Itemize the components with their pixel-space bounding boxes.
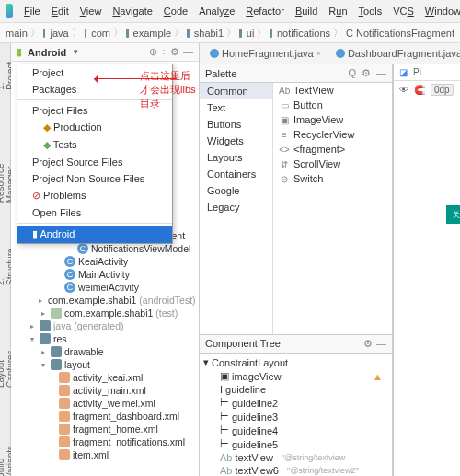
comp-button[interactable]: ▭Button: [273, 98, 392, 112]
pcat-legacy[interactable]: Legacy: [200, 199, 272, 215]
dropdown-tests[interactable]: ◆ Tests: [17, 136, 172, 154]
warning-icon: ▲: [373, 371, 383, 382]
class-icon: C: [346, 28, 353, 39]
folder-icon: [187, 29, 190, 38]
bc-ui[interactable]: ui: [247, 28, 255, 39]
pcat-buttons[interactable]: Buttons: [200, 116, 272, 133]
dropdown-problems[interactable]: ⊘ Problems: [17, 187, 172, 204]
folder-icon: [270, 29, 272, 38]
tree-java-generated[interactable]: ▸java (generated): [11, 319, 199, 332]
dropdown-packages[interactable]: Packages: [17, 81, 172, 98]
menu-edit[interactable]: Edit: [48, 4, 73, 18]
comp-recyclerview[interactable]: ≡RecyclerView: [273, 127, 392, 142]
pcat-widgets[interactable]: Widgets: [200, 133, 272, 149]
menu-analyze[interactable]: Analyze: [195, 4, 238, 18]
gear-icon[interactable]: ⚙: [362, 67, 371, 79]
menu-refactor[interactable]: Refactor: [242, 4, 288, 18]
bc-main[interactable]: main: [6, 28, 28, 39]
gear-icon[interactable]: ⚙: [363, 338, 373, 350]
palette-components: AbTextView ▭Button ▣ImageView ≡RecyclerV…: [273, 83, 392, 334]
ct-textview6[interactable]: AbtextView6 "@string/textview2": [200, 464, 392, 476]
dropdown-production[interactable]: ◆ Production: [17, 119, 172, 136]
menu-code[interactable]: Code: [160, 4, 191, 18]
comp-switch[interactable]: ⊝Switch: [273, 171, 392, 186]
ct-guideline2[interactable]: ⊢guideline2: [200, 396, 392, 410]
editor-panel: HomeFragment.java× DashboardFragment.jav…: [200, 43, 460, 476]
pcat-google[interactable]: Google: [200, 182, 272, 199]
dropdown-android[interactable]: ▮ Android: [17, 226, 172, 243]
dropdown-open-files[interactable]: Open Files: [17, 204, 172, 221]
dropdown-project-files[interactable]: Project Files: [17, 102, 172, 119]
tree-drawable[interactable]: ▸drawable: [11, 345, 199, 358]
dropdown-project-non-source[interactable]: Project Non-Source Files: [17, 170, 172, 187]
pcat-layouts[interactable]: Layouts: [200, 149, 272, 166]
ct-guideline5[interactable]: ⊢guideline5: [200, 437, 392, 451]
gear-icon[interactable]: ⚙: [170, 46, 179, 58]
tree-fragment-dashboard[interactable]: fragment_dashboard.xml: [11, 410, 199, 423]
divide-icon[interactable]: ÷: [161, 46, 167, 58]
target-icon[interactable]: ⊕: [149, 46, 157, 58]
menu-navigate[interactable]: Navigate: [109, 4, 155, 18]
tree-res[interactable]: ▾res: [11, 332, 199, 345]
tree-main-activity[interactable]: CMainActivity: [11, 268, 199, 281]
pcat-containers[interactable]: Containers: [200, 166, 272, 182]
menu-view[interactable]: View: [76, 4, 106, 18]
device-icon[interactable]: ◪: [399, 67, 408, 77]
minimize-icon[interactable]: —: [183, 46, 193, 58]
comp-textview[interactable]: AbTextView: [273, 83, 392, 98]
menu-run[interactable]: Run: [325, 4, 351, 18]
preview-canvas[interactable]: % % % % % 关注: [394, 99, 460, 476]
editor-tabs: HomeFragment.java× DashboardFragment.jav…: [200, 43, 460, 64]
tree-item[interactable]: item.xml: [11, 448, 199, 461]
ct-guideline4[interactable]: ⊢guideline4: [200, 424, 392, 437]
menu-vcs[interactable]: VCS: [389, 4, 418, 18]
zoom-display[interactable]: 0dp: [431, 84, 454, 96]
tree-activity-main[interactable]: activity_main.xml: [11, 384, 199, 397]
close-icon[interactable]: ×: [316, 49, 321, 58]
tree-weimei-activity[interactable]: CweimeiActivity: [11, 281, 199, 294]
bc-example[interactable]: example: [133, 28, 172, 39]
magnet-icon[interactable]: 🧲: [414, 85, 425, 95]
ct-guideline3[interactable]: ⊢guideline3: [200, 410, 392, 424]
menu-build[interactable]: Build: [292, 4, 321, 18]
tree-layout[interactable]: ▾layout: [11, 358, 199, 371]
comp-scrollview[interactable]: ⇵ScrollView: [273, 157, 392, 171]
ct-root[interactable]: ▾ConstraintLayout: [200, 355, 392, 369]
menu-window[interactable]: Window: [421, 4, 460, 18]
tab-home-fragment[interactable]: HomeFragment.java×: [203, 45, 328, 62]
layout-preview: ◪ Pi 👁 🧲 0dp ⋯ % % % %: [393, 64, 460, 476]
minimize-icon[interactable]: —: [376, 338, 386, 350]
tree-notifications-viewmodel[interactable]: CNotificationsViewModel: [11, 242, 199, 255]
bc-java[interactable]: java: [50, 28, 68, 39]
pcat-text[interactable]: Text: [200, 99, 272, 116]
bc-shabi1[interactable]: shabi1: [194, 28, 224, 39]
ct-guideline[interactable]: Iguideline: [200, 383, 392, 396]
pixel-label[interactable]: Pi: [413, 67, 421, 77]
bc-com[interactable]: com: [91, 28, 110, 39]
menu-tools[interactable]: Tools: [355, 4, 386, 18]
minimize-icon[interactable]: —: [376, 67, 386, 79]
comp-imageview[interactable]: ▣ImageView: [273, 112, 392, 127]
ct-imageview[interactable]: ▣imageView▲: [200, 369, 392, 383]
folder-icon: [85, 29, 87, 38]
tree-pkg-test[interactable]: ▸com.example.shabi1 (test): [11, 307, 199, 319]
tree-fragment-home[interactable]: fragment_home.xml: [11, 423, 199, 435]
bc-notifications[interactable]: notifications: [277, 28, 330, 39]
search-icon[interactable]: Q: [348, 67, 356, 79]
tree-keai-activity[interactable]: CKeaiActivity: [11, 255, 199, 268]
tab-dashboard-fragment[interactable]: DashboardFragment.java: [329, 45, 460, 62]
view-mode-dropdown[interactable]: Android: [28, 47, 66, 58]
menu-file[interactable]: File: [20, 4, 44, 18]
bc-fragment[interactable]: NotificationsFragment: [356, 28, 454, 39]
comp-fragment[interactable]: <><fragment>: [273, 142, 392, 157]
dropdown-project-source[interactable]: Project Source Files: [17, 154, 172, 170]
pcat-common[interactable]: Common: [200, 83, 272, 99]
tree-activity-weimei[interactable]: activity_weimei.xml: [11, 397, 199, 410]
chevron-down-icon[interactable]: ▼: [72, 48, 79, 56]
tree-pkg-androidtest[interactable]: ▸com.example.shabi1 (androidTest): [11, 294, 199, 307]
tree-activity-keai[interactable]: activity_keai.xml: [11, 371, 199, 384]
tree-fragment-notifications[interactable]: fragment_notifications.xml: [11, 435, 199, 448]
annotation-arrow: [94, 78, 177, 79]
eye-icon[interactable]: 👁: [399, 85, 408, 95]
ct-textview[interactable]: AbtextView "@string/textview: [200, 451, 392, 464]
